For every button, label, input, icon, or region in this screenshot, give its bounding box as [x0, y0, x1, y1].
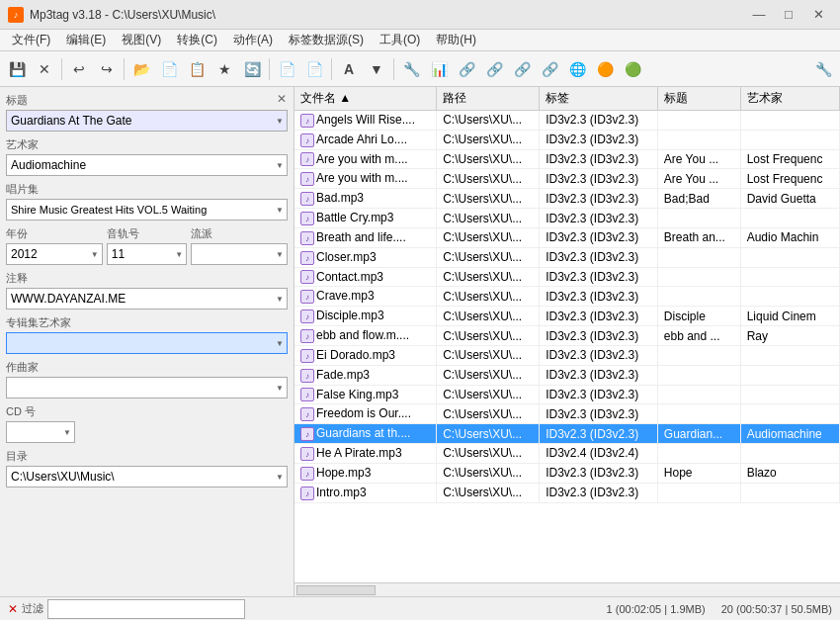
- table-row[interactable]: ♪Contact.mp3 C:\Users\XU\... ID3v2.3 (ID…: [294, 267, 840, 287]
- action-button7[interactable]: 🌐: [564, 56, 590, 82]
- cell-filename: ♪Contact.mp3: [294, 267, 437, 287]
- font-down-button[interactable]: ▼: [364, 56, 389, 82]
- action-button9[interactable]: 🟢: [620, 56, 645, 82]
- year-label: 年份: [6, 226, 103, 241]
- filter-input[interactable]: [47, 599, 245, 619]
- albumartist-label: 专辑集艺术家: [6, 315, 288, 330]
- col-tag[interactable]: 标签: [540, 87, 658, 111]
- table-row[interactable]: ♪He A Pirate.mp3 C:\Users\XU\... ID3v2.4…: [294, 444, 840, 464]
- redo-button[interactable]: ↪: [94, 56, 120, 82]
- comment-input[interactable]: [6, 288, 288, 310]
- toolbar: 💾 ✕ ↩ ↪ 📂 📄 📋 ★ 🔄 📄 📄 A ▼ 🔧 📊 🔗 🔗 🔗 🔗 🌐 …: [0, 51, 840, 87]
- star-button[interactable]: ★: [211, 56, 237, 82]
- action-button1[interactable]: 🔧: [398, 56, 424, 82]
- action-button4[interactable]: 🔗: [481, 56, 507, 82]
- toolbar-sep-4: [331, 58, 332, 80]
- menu-actions[interactable]: 动作(A): [225, 30, 281, 50]
- cell-title: [657, 111, 740, 131]
- menu-edit[interactable]: 编辑(E): [58, 30, 114, 50]
- action-button2[interactable]: 📊: [426, 56, 452, 82]
- artist-field-group: 艺术家: [6, 137, 288, 176]
- cell-path: C:\Users\XU\...: [437, 307, 540, 326]
- action-button5[interactable]: 🔗: [509, 56, 535, 82]
- menu-tools[interactable]: 工具(O): [372, 30, 428, 50]
- tag-button1[interactable]: 📄: [274, 56, 299, 82]
- maximize-button[interactable]: □: [775, 4, 802, 26]
- cell-title: Guardian...: [657, 424, 740, 444]
- table-row[interactable]: ♪Are you with m.... C:\Users\XU\... ID3v…: [294, 149, 840, 169]
- filter-close-icon[interactable]: ✕: [8, 602, 18, 616]
- table-row[interactable]: ♪ebb and flow.m.... C:\Users\XU\... ID3v…: [294, 326, 840, 346]
- table-row[interactable]: ♪Disciple.mp3 C:\Users\XU\... ID3v2.3 (I…: [294, 307, 840, 326]
- save-button[interactable]: 💾: [4, 56, 30, 82]
- file-icon: ♪: [300, 270, 314, 284]
- menu-file[interactable]: 文件(F): [4, 30, 58, 50]
- table-row[interactable]: ♪Crave.mp3 C:\Users\XU\... ID3v2.3 (ID3v…: [294, 287, 840, 307]
- col-title[interactable]: 标题: [657, 87, 740, 111]
- cell-tag: ID3v2.3 (ID3v2.3): [540, 189, 658, 209]
- font-button[interactable]: A: [336, 56, 362, 82]
- statusbar-right: 1 (00:02:05 | 1.9MB) 20 (00:50:37 | 50.5…: [607, 603, 832, 615]
- cell-tag: ID3v2.3 (ID3v2.3): [540, 365, 658, 385]
- cell-artist: [740, 247, 839, 267]
- col-filename[interactable]: 文件名 ▲: [294, 87, 437, 111]
- menu-tagsources[interactable]: 标签数据源(S): [281, 30, 372, 50]
- dir-label: 目录: [6, 449, 288, 464]
- menu-convert[interactable]: 转换(C): [169, 30, 225, 50]
- artist-input[interactable]: [6, 154, 288, 176]
- year-track-genre-row: 年份 音轨号 流派: [6, 226, 288, 271]
- cell-path: C:\Users\XU\...: [437, 130, 540, 149]
- cell-path: C:\Users\XU\...: [437, 149, 540, 169]
- table-row[interactable]: ♪Are you with m.... C:\Users\XU\... ID3v…: [294, 169, 840, 189]
- table-row[interactable]: ♪Closer.mp3 C:\Users\XU\... ID3v2.3 (ID3…: [294, 247, 840, 267]
- table-row[interactable]: ♪Fade.mp3 C:\Users\XU\... ID3v2.3 (ID3v2…: [294, 365, 840, 385]
- table-row[interactable]: ♪Hope.mp3 C:\Users\XU\... ID3v2.3 (ID3v2…: [294, 463, 840, 483]
- cell-title: Disciple: [657, 307, 740, 326]
- menu-view[interactable]: 视图(V): [114, 30, 169, 50]
- dir-input[interactable]: [6, 466, 288, 487]
- panel-close-button[interactable]: ✕: [274, 91, 290, 107]
- file-table-scroll[interactable]: 文件名 ▲ 路径 标签 标题 艺术家 ♪Angels Will Rise....…: [294, 87, 840, 582]
- action-button6[interactable]: 🔗: [537, 56, 562, 82]
- table-row[interactable]: ♪Freedom is Our.... C:\Users\XU\... ID3v…: [294, 404, 840, 424]
- cell-path: C:\Users\XU\...: [437, 227, 540, 247]
- album-input[interactable]: [6, 199, 288, 221]
- table-row[interactable]: ♪Breath and life.... C:\Users\XU\... ID3…: [294, 227, 840, 247]
- cell-artist: Audiomachine: [740, 424, 839, 444]
- open-files-button[interactable]: 📄: [156, 56, 182, 82]
- table-row[interactable]: ♪Guardians at th.... C:\Users\XU\... ID3…: [294, 424, 840, 444]
- settings-button[interactable]: 🔧: [810, 56, 836, 82]
- composer-input[interactable]: [6, 377, 288, 399]
- title-input[interactable]: [6, 110, 288, 132]
- minimize-button[interactable]: —: [745, 4, 773, 26]
- year-input[interactable]: [6, 243, 103, 265]
- table-row[interactable]: ♪Intro.mp3 C:\Users\XU\... ID3v2.3 (ID3v…: [294, 483, 840, 502]
- table-row[interactable]: ♪Angels Will Rise.... C:\Users\XU\... ID…: [294, 111, 840, 131]
- cd-input[interactable]: [6, 421, 75, 443]
- refresh-button[interactable]: 🔄: [239, 56, 265, 82]
- genre-input[interactable]: [191, 243, 288, 265]
- cell-title: Bad;Bad: [657, 189, 740, 209]
- track-input[interactable]: [107, 243, 187, 265]
- horizontal-scrollbar[interactable]: [294, 582, 840, 596]
- menu-help[interactable]: 帮助(H): [428, 30, 484, 50]
- cell-tag: ID3v2.3 (ID3v2.3): [540, 483, 658, 502]
- cell-path: C:\Users\XU\...: [437, 247, 540, 267]
- close-button[interactable]: ✕: [804, 4, 832, 26]
- table-row[interactable]: ♪Bad.mp3 C:\Users\XU\... ID3v2.3 (ID3v2.…: [294, 189, 840, 209]
- table-row[interactable]: ♪Ei Dorado.mp3 C:\Users\XU\... ID3v2.3 (…: [294, 345, 840, 365]
- table-row[interactable]: ♪False King.mp3 C:\Users\XU\... ID3v2.3 …: [294, 385, 840, 404]
- col-artist[interactable]: 艺术家: [740, 87, 839, 111]
- remove-button[interactable]: ✕: [32, 56, 57, 82]
- table-row[interactable]: ♪Battle Cry.mp3 C:\Users\XU\... ID3v2.3 …: [294, 209, 840, 228]
- col-path[interactable]: 路径: [437, 87, 540, 111]
- tag-button2[interactable]: 📄: [301, 56, 327, 82]
- action-button8[interactable]: 🟠: [592, 56, 618, 82]
- action-button3[interactable]: 🔗: [454, 56, 479, 82]
- undo-button[interactable]: ↩: [66, 56, 92, 82]
- open-folder-button[interactable]: 📂: [128, 56, 154, 82]
- copy-button[interactable]: 📋: [184, 56, 210, 82]
- table-row[interactable]: ♪Arcade Ahri Lo.... C:\Users\XU\... ID3v…: [294, 130, 840, 149]
- title-field-group: 标题: [6, 93, 288, 132]
- albumartist-input[interactable]: [6, 332, 288, 354]
